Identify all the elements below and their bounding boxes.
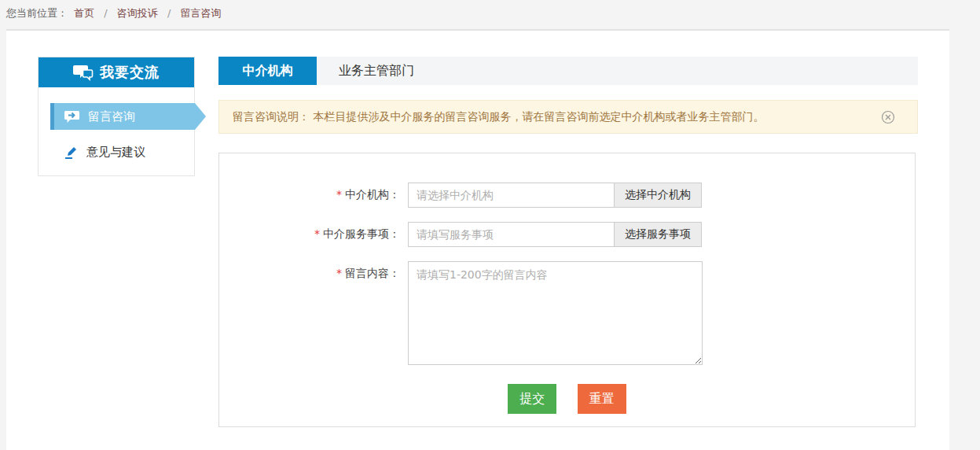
reset-button[interactable]: 重置 bbox=[578, 384, 626, 414]
message-content-textarea[interactable] bbox=[408, 261, 703, 365]
content-panel: 我要交流 留言咨询 意见与建议 中介机构 业务主管 bbox=[6, 29, 949, 450]
service-item-input[interactable] bbox=[408, 222, 615, 247]
sidebar-item-label: 意见与建议 bbox=[86, 145, 145, 160]
tab-intermediary-agency[interactable]: 中介机构 bbox=[218, 57, 317, 85]
sidebar-item-suggestions[interactable]: 意见与建议 bbox=[64, 142, 194, 161]
choose-service-item-button[interactable]: 选择服务事项 bbox=[614, 222, 702, 247]
field-label: *中介服务事项： bbox=[219, 222, 408, 247]
breadcrumb-label: 您当前位置： bbox=[6, 7, 68, 19]
field-label: *中介机构： bbox=[219, 183, 408, 208]
breadcrumb-link-message[interactable]: 留言咨询 bbox=[180, 7, 221, 19]
main-content: 中介机构 业务主管部门 留言咨询说明： 本栏目提供涉及中介服务的留言咨询服务，请… bbox=[218, 57, 918, 427]
pencil-icon bbox=[64, 145, 86, 160]
circle-x-icon[interactable] bbox=[881, 110, 895, 124]
field-label: *留言内容： bbox=[219, 261, 408, 365]
breadcrumb-link-consult[interactable]: 咨询投诉 bbox=[117, 7, 158, 19]
tab-bar: 中介机构 业务主管部门 bbox=[218, 57, 918, 85]
breadcrumb: 您当前位置： 首页 / 咨询投诉 / 留言咨询 bbox=[0, 0, 980, 27]
form-row-service-item: *中介服务事项： 选择服务事项 bbox=[219, 222, 915, 247]
tab-supervising-department[interactable]: 业务主管部门 bbox=[317, 57, 436, 85]
message-bubble-icon bbox=[50, 110, 88, 123]
sidebar-header: 我要交流 bbox=[39, 57, 194, 87]
sidebar-item-message-consult[interactable]: 留言咨询 bbox=[50, 103, 195, 130]
breadcrumb-separator: / bbox=[167, 7, 171, 19]
required-asterisk: * bbox=[314, 227, 320, 240]
form-actions: 提交 重置 bbox=[219, 384, 915, 414]
submit-button[interactable]: 提交 bbox=[508, 384, 556, 414]
breadcrumb-separator: / bbox=[104, 7, 107, 19]
sidebar-header-label: 我要交流 bbox=[100, 63, 160, 82]
form-row-message-content: *留言内容： bbox=[219, 261, 915, 365]
required-asterisk: * bbox=[336, 188, 342, 201]
message-form: *中介机构： 选择中介机构 *中介服务事项： 选择服务事项 *留言内容： 提交 bbox=[218, 153, 916, 427]
required-asterisk: * bbox=[336, 267, 342, 279]
breadcrumb-link-home[interactable]: 首页 bbox=[74, 7, 94, 19]
sidebar: 我要交流 留言咨询 意见与建议 bbox=[38, 57, 195, 176]
agency-input[interactable] bbox=[408, 183, 615, 208]
chat-bubbles-icon bbox=[73, 65, 100, 81]
notice-text: 留言咨询说明： 本栏目提供涉及中介服务的留言咨询服务，请在留言咨询前选定中介机构… bbox=[233, 110, 881, 124]
form-row-agency: *中介机构： 选择中介机构 bbox=[219, 183, 915, 208]
choose-agency-button[interactable]: 选择中介机构 bbox=[614, 183, 702, 208]
notice-banner: 留言咨询说明： 本栏目提供涉及中介服务的留言咨询服务，请在留言咨询前选定中介机构… bbox=[218, 100, 918, 134]
sidebar-item-label: 留言咨询 bbox=[88, 109, 135, 124]
